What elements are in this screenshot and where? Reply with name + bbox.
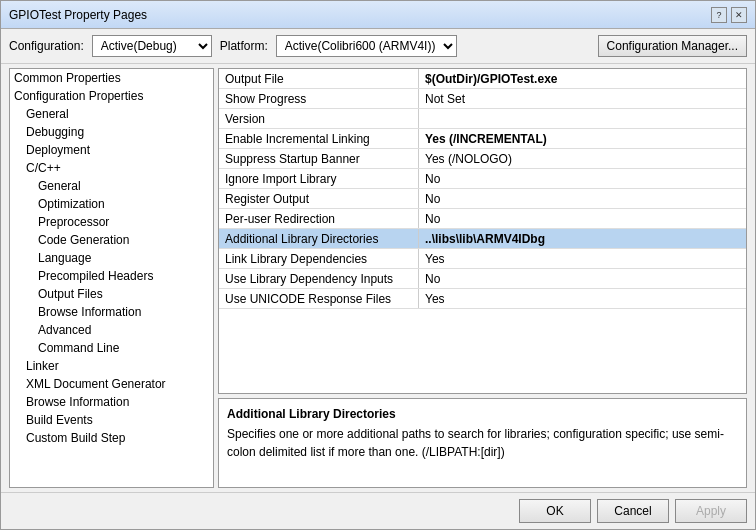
right-panel: Output File $(OutDir)/GPIOTest.exe Show … xyxy=(218,68,747,488)
props-key-show-progress: Show Progress xyxy=(219,89,419,108)
props-key-unicode-response: Use UNICODE Response Files xyxy=(219,289,419,308)
props-row-version: Version xyxy=(219,109,746,129)
props-value-startup-banner: Yes (/NOLOGO) xyxy=(419,149,746,168)
tree-item-command-line[interactable]: Command Line xyxy=(10,339,213,357)
props-value-unicode-response: Yes xyxy=(419,289,746,308)
props-row-output-file: Output File $(OutDir)/GPIOTest.exe xyxy=(219,69,746,89)
tree-item-common-properties[interactable]: Common Properties xyxy=(10,69,213,87)
props-key-import-library: Ignore Import Library xyxy=(219,169,419,188)
props-key-output-file: Output File xyxy=(219,69,419,88)
platform-select[interactable]: Active(Colibri600 (ARMV4I)) xyxy=(276,35,457,57)
props-value-register-output: No xyxy=(419,189,746,208)
props-value-show-progress: Not Set xyxy=(419,89,746,108)
info-box-title: Additional Library Directories xyxy=(227,407,738,421)
tree-item-optimization[interactable]: Optimization xyxy=(10,195,213,213)
properties-table: Output File $(OutDir)/GPIOTest.exe Show … xyxy=(218,68,747,394)
tree-item-linker[interactable]: Linker xyxy=(10,357,213,375)
props-value-version xyxy=(419,109,746,128)
window-title: GPIOTest Property Pages xyxy=(9,8,147,22)
cancel-button[interactable]: Cancel xyxy=(597,499,669,523)
tree-item-configuration-properties[interactable]: Configuration Properties xyxy=(10,87,213,105)
title-bar-buttons: ? ✕ xyxy=(711,7,747,23)
tree-item-code-generation[interactable]: Code Generation xyxy=(10,231,213,249)
title-bar: GPIOTest Property Pages ? ✕ xyxy=(1,1,755,29)
config-bar: Configuration: Active(Debug) Platform: A… xyxy=(1,29,755,64)
ok-button[interactable]: OK xyxy=(519,499,591,523)
tree-item-browse-information-cpp[interactable]: Browse Information xyxy=(10,303,213,321)
props-row-show-progress: Show Progress Not Set xyxy=(219,89,746,109)
tree-item-cpp-general[interactable]: General xyxy=(10,177,213,195)
config-label: Configuration: xyxy=(9,39,84,53)
tree-item-custom-build-step[interactable]: Custom Build Step xyxy=(10,429,213,447)
props-key-link-library-deps: Link Library Dependencies xyxy=(219,249,419,268)
configuration-manager-button[interactable]: Configuration Manager... xyxy=(598,35,747,57)
props-key-startup-banner: Suppress Startup Banner xyxy=(219,149,419,168)
props-value-output-file: $(OutDir)/GPIOTest.exe xyxy=(419,69,746,88)
tree-item-precompiled-headers[interactable]: Precompiled Headers xyxy=(10,267,213,285)
info-box-text: Specifies one or more additional paths t… xyxy=(227,425,738,461)
tree-item-xml-document-generator[interactable]: XML Document Generator xyxy=(10,375,213,393)
props-value-additional-library-dirs: ..\libs\lib\ARMV4IDbg xyxy=(419,229,746,248)
props-row-additional-library-dirs[interactable]: Additional Library Directories ..\libs\l… xyxy=(219,229,746,249)
props-row-incremental-linking: Enable Incremental Linking Yes (/INCREME… xyxy=(219,129,746,149)
tree-item-deployment[interactable]: Deployment xyxy=(10,141,213,159)
props-key-register-output: Register Output xyxy=(219,189,419,208)
tree-item-build-events[interactable]: Build Events xyxy=(10,411,213,429)
props-value-use-library-dep-inputs: No xyxy=(419,269,746,288)
tree-item-cpp[interactable]: C/C++ xyxy=(10,159,213,177)
tree-panel: Common Properties Configuration Properti… xyxy=(9,68,214,488)
close-button[interactable]: ✕ xyxy=(731,7,747,23)
props-row-use-library-dep-inputs: Use Library Dependency Inputs No xyxy=(219,269,746,289)
props-row-startup-banner: Suppress Startup Banner Yes (/NOLOGO) xyxy=(219,149,746,169)
help-button[interactable]: ? xyxy=(711,7,727,23)
props-row-per-user-redirection: Per-user Redirection No xyxy=(219,209,746,229)
props-row-register-output: Register Output No xyxy=(219,189,746,209)
props-row-import-library: Ignore Import Library No xyxy=(219,169,746,189)
props-value-link-library-deps: Yes xyxy=(419,249,746,268)
info-box: Additional Library Directories Specifies… xyxy=(218,398,747,488)
apply-button[interactable]: Apply xyxy=(675,499,747,523)
props-row-unicode-response: Use UNICODE Response Files Yes xyxy=(219,289,746,309)
main-content: Common Properties Configuration Properti… xyxy=(1,64,755,492)
props-key-use-library-dep-inputs: Use Library Dependency Inputs xyxy=(219,269,419,288)
tree-item-general[interactable]: General xyxy=(10,105,213,123)
platform-label: Platform: xyxy=(220,39,268,53)
tree-item-debugging[interactable]: Debugging xyxy=(10,123,213,141)
tree-item-advanced[interactable]: Advanced xyxy=(10,321,213,339)
main-window: GPIOTest Property Pages ? ✕ Configuratio… xyxy=(0,0,756,530)
props-key-incremental-linking: Enable Incremental Linking xyxy=(219,129,419,148)
tree-item-language[interactable]: Language xyxy=(10,249,213,267)
props-key-version: Version xyxy=(219,109,419,128)
props-key-additional-library-dirs: Additional Library Directories xyxy=(219,229,419,248)
tree-item-output-files[interactable]: Output Files xyxy=(10,285,213,303)
props-key-per-user-redirection: Per-user Redirection xyxy=(219,209,419,228)
props-value-import-library: No xyxy=(419,169,746,188)
configuration-select[interactable]: Active(Debug) xyxy=(92,35,212,57)
tree-item-preprocessor[interactable]: Preprocessor xyxy=(10,213,213,231)
props-value-per-user-redirection: No xyxy=(419,209,746,228)
props-value-incremental-linking: Yes (/INCREMENTAL) xyxy=(419,129,746,148)
bottom-bar: OK Cancel Apply xyxy=(1,492,755,529)
tree-item-browse-information[interactable]: Browse Information xyxy=(10,393,213,411)
props-row-link-library-deps: Link Library Dependencies Yes xyxy=(219,249,746,269)
